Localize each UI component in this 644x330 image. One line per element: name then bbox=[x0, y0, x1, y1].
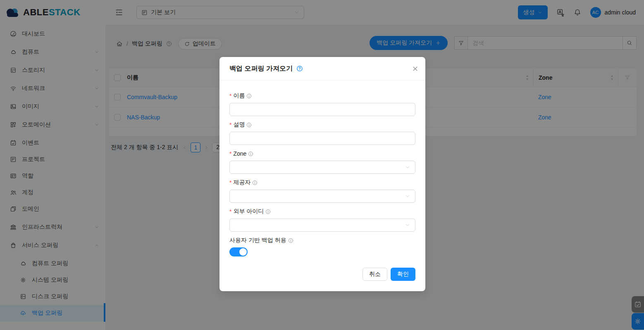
chevron-down-icon bbox=[405, 223, 410, 228]
toggle-knob bbox=[239, 248, 247, 256]
name-input[interactable] bbox=[229, 103, 415, 116]
modal-title: 백업 오퍼링 가져오기 bbox=[229, 64, 293, 73]
info-icon[interactable] bbox=[265, 209, 271, 214]
import-backup-offering-modal: 백업 오퍼링 가져오기 * 이름 * 설명 * Zone * 제공자 bbox=[219, 57, 425, 291]
zone-select[interactable] bbox=[229, 161, 415, 174]
zone-field-label: * Zone bbox=[229, 149, 415, 158]
close-icon[interactable] bbox=[412, 66, 418, 72]
provider-select[interactable] bbox=[229, 190, 415, 203]
info-icon[interactable] bbox=[288, 238, 293, 243]
provider-field-label: * 제공자 bbox=[229, 178, 415, 187]
info-icon[interactable] bbox=[246, 122, 252, 128]
user-driven-backup-label: 사용자 기반 백업 허용 bbox=[229, 236, 415, 245]
description-field-label: * 설명 bbox=[229, 120, 415, 129]
modal-footer: 취소 확인 bbox=[219, 256, 425, 291]
info-icon[interactable] bbox=[246, 93, 252, 99]
name-field-label: * 이름 bbox=[229, 91, 415, 100]
cancel-button[interactable]: 취소 bbox=[363, 268, 387, 281]
modal-header: 백업 오퍼링 가져오기 bbox=[219, 57, 425, 81]
info-icon[interactable] bbox=[248, 151, 253, 157]
ok-button[interactable]: 확인 bbox=[391, 268, 415, 281]
external-id-field-label: * 외부 아이디 bbox=[229, 207, 415, 216]
chevron-down-icon bbox=[405, 165, 410, 170]
description-input[interactable] bbox=[229, 132, 415, 145]
info-icon[interactable] bbox=[252, 180, 258, 185]
chevron-down-icon bbox=[405, 194, 410, 199]
user-driven-backup-toggle[interactable] bbox=[229, 247, 248, 256]
modal-body: * 이름 * 설명 * Zone * 제공자 * 외부 아이 bbox=[219, 81, 425, 256]
external-id-select[interactable] bbox=[229, 218, 415, 232]
question-circle-icon[interactable] bbox=[296, 65, 303, 72]
